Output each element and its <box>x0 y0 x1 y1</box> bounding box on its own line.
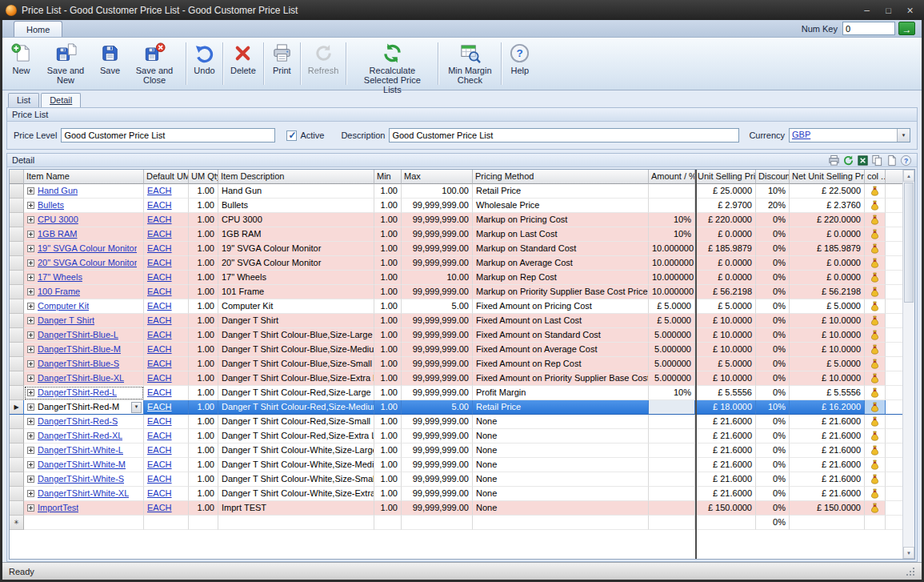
cell-unit[interactable]: £ 21.6000 <box>695 415 756 429</box>
cell-unit[interactable]: £ 21.6000 <box>695 429 756 444</box>
row-header[interactable] <box>10 429 24 444</box>
um-link[interactable]: EACH <box>147 474 172 484</box>
um-link[interactable]: EACH <box>147 416 172 426</box>
cell-disc[interactable]: 0% <box>756 314 790 328</box>
um-link[interactable]: EACH <box>147 373 172 383</box>
cell-max[interactable]: 10.00 <box>402 271 473 285</box>
cell-desc[interactable]: Danger T Shirt Colour-Blue,Size-Medium <box>218 343 374 357</box>
cell-method[interactable]: None <box>473 501 649 516</box>
copy-icon[interactable] <box>871 155 883 167</box>
cell-um[interactable]: EACH <box>144 357 189 371</box>
cell-method[interactable]: None <box>473 472 649 487</box>
cell-net[interactable]: £ 0.0000 <box>790 271 865 285</box>
cell-um[interactable]: EACH <box>144 285 189 299</box>
cell-disc[interactable]: 0% <box>756 472 790 487</box>
cell-um[interactable]: EACH <box>144 299 189 314</box>
cell-min[interactable]: 1.00 <box>374 371 402 386</box>
cell-qty[interactable]: 1.00 <box>189 472 218 487</box>
cell-method[interactable]: Fixed Amount on Last Cost <box>473 314 649 328</box>
currency-combo[interactable]: GBP <box>789 128 910 142</box>
cell-unit[interactable]: £ 2.9700 <box>695 199 756 213</box>
cell-um[interactable]: EACH <box>144 184 189 199</box>
um-link[interactable]: EACH <box>147 344 172 354</box>
expand-icon[interactable] <box>27 504 34 512</box>
toolbar-button-save-close[interactable]: Save and Close <box>126 39 183 88</box>
cell-max[interactable]: 99,999,999.00 <box>402 242 473 256</box>
toolbar-button-recalc[interactable]: Recalculate Selected Price Lists <box>349 39 435 88</box>
cell-desc[interactable]: Danger T Shirt Colour-Red,Size-Extra Lar… <box>218 429 374 444</box>
cell-unit[interactable]: £ 10.0000 <box>695 343 756 357</box>
expand-icon[interactable] <box>27 202 34 209</box>
item-name-link[interactable]: 1GB RAM <box>38 228 78 240</box>
cell-method[interactable]: Markup on Pricing Cost <box>473 213 649 227</box>
cell-icon[interactable] <box>865 285 886 299</box>
cell-amount[interactable] <box>649 199 695 213</box>
cell-amount[interactable]: 5.000000 <box>649 371 695 386</box>
tab-home[interactable]: Home <box>14 21 62 37</box>
cell-min[interactable]: 1.00 <box>374 285 402 299</box>
cell-name[interactable]: 1GB RAM <box>24 227 144 242</box>
table-row[interactable]: ✳0% <box>10 516 914 530</box>
cell-name[interactable]: Hand Gun <box>24 184 144 199</box>
cell-icon[interactable] <box>865 516 886 530</box>
um-link[interactable]: EACH <box>147 200 172 210</box>
table-row[interactable]: DangerTShirt-Red-LEACH1.00Danger T Shirt… <box>10 386 914 400</box>
cell-qty[interactable]: 1.00 <box>189 184 218 199</box>
cell-desc[interactable]: Danger T Shirt Colour-Blue,Size-Small <box>218 357 374 371</box>
cell-amount[interactable]: 10% <box>649 386 695 400</box>
table-row[interactable]: Computer KitEACH1.00Computer Kit1.005.00… <box>10 299 914 314</box>
toolbar-button-undo[interactable]: Undo <box>189 39 220 88</box>
cell-method[interactable]: Markup on Priority Supplier Base Cost Pr… <box>473 285 649 299</box>
cell-method[interactable]: Markup on Rep Cost <box>473 271 649 285</box>
item-name-link[interactable]: 100 Frame <box>38 286 80 298</box>
um-link[interactable]: EACH <box>147 229 172 239</box>
item-name-link[interactable]: Bullets <box>38 199 64 211</box>
excel-icon[interactable] <box>857 155 869 167</box>
cell-unit[interactable]: £ 21.6000 <box>695 487 756 501</box>
cell-max[interactable] <box>402 516 473 530</box>
cell-qty[interactable]: 1.00 <box>189 271 218 285</box>
cell-disc[interactable]: 0% <box>756 444 790 458</box>
vertical-scrollbar[interactable] <box>902 170 914 559</box>
toolbar-button-delete[interactable]: Delete <box>226 39 261 88</box>
cell-max[interactable]: 99,999,999.00 <box>402 343 473 357</box>
cell-disc[interactable]: 20% <box>756 199 790 213</box>
active-checkbox[interactable] <box>286 130 297 141</box>
cell-qty[interactable]: 1.00 <box>189 400 218 415</box>
row-header[interactable]: ▶ <box>10 400 24 415</box>
table-row[interactable]: 20" SVGA Colour MonitorEACH1.0020" SVGA … <box>10 256 914 271</box>
cell-name[interactable]: 19" SVGA Colour Monitor <box>24 242 144 256</box>
cell-amount[interactable] <box>649 487 695 501</box>
cell-min[interactable]: 1.00 <box>374 501 402 516</box>
um-link[interactable]: EACH <box>147 402 172 411</box>
cell-min[interactable]: 1.00 <box>374 227 402 242</box>
row-header[interactable] <box>10 415 24 429</box>
item-name-link[interactable]: DangerTShirt-Blue-XL <box>38 372 124 384</box>
cell-qty[interactable]: 1.00 <box>189 227 218 242</box>
um-link[interactable]: EACH <box>147 445 172 455</box>
description-input[interactable] <box>389 128 739 142</box>
cell-max[interactable]: 99,999,999.00 <box>402 227 473 242</box>
minimize-icon[interactable] <box>856 2 878 18</box>
cell-icon[interactable] <box>865 314 886 328</box>
cell-max[interactable]: 99,999,999.00 <box>402 415 473 429</box>
row-header[interactable] <box>10 242 24 256</box>
cell-desc[interactable]: Computer Kit <box>218 299 374 314</box>
cell-amount[interactable] <box>649 429 695 444</box>
um-link[interactable]: EACH <box>147 258 172 267</box>
cell-method[interactable]: Fixed Amount on Pricing Cost <box>473 299 649 314</box>
um-link[interactable]: EACH <box>147 387 172 397</box>
cell-net[interactable]: £ 16.2000 <box>790 400 865 415</box>
cell-name[interactable]: DangerTShirt-White-M <box>24 458 144 472</box>
cell-net[interactable]: £ 21.6000 <box>790 415 865 429</box>
cell-desc[interactable]: Danger T Shirt Colour-White,Size-Small <box>218 472 374 487</box>
cell-amount[interactable] <box>649 444 695 458</box>
cell-unit[interactable]: £ 150.0000 <box>695 501 756 516</box>
cell-max[interactable]: 99,999,999.00 <box>402 256 473 271</box>
cell-um[interactable]: EACH <box>144 271 189 285</box>
cell-amount[interactable] <box>649 415 695 429</box>
um-link[interactable]: EACH <box>147 301 172 311</box>
cell-disc[interactable]: 0% <box>756 487 790 501</box>
cell-um[interactable]: EACH <box>144 444 189 458</box>
cell-min[interactable]: 1.00 <box>374 256 402 271</box>
